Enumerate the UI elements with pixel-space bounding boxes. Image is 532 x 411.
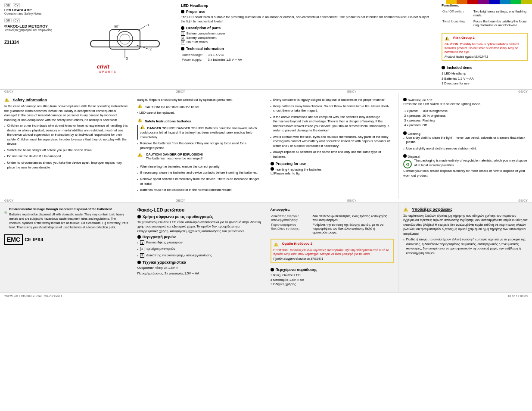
greek-product-title: Φακός-LED μετώπου — [137, 207, 261, 212]
press-result: Flashing — [423, 118, 448, 122]
explosion-text-block: CAUTION! DANGER OF EXPLOSION! The batter… — [146, 153, 203, 162]
table-row: Power supply: 3 x batteries 1.5 V ═ AA — [182, 58, 242, 62]
gb-cy-label-4: GB/CY — [518, 90, 528, 93]
explosion-icon — [137, 153, 143, 157]
bullet-icon-2 — [181, 26, 184, 30]
gb-cy-bottom-3: GB/CY — [347, 199, 356, 202]
risk-caution: CAUTION. Possibly hazardous optical radi… — [445, 42, 525, 54]
rated-voltage-value: 3 x 1.5 V ═ — [208, 53, 242, 57]
greek-col-4: Υποδείξεις ασφάλειας Σε περίπτωση βλαβών… — [399, 203, 532, 293]
ipx4-badge: IPX4 — [33, 237, 43, 242]
section-label-row-2: GB/CY GB/CY GB/CY GB/CY — [0, 199, 532, 202]
list-item: 1Καπάκι θήκης μπαταριών — [137, 240, 261, 245]
list-item: Under no circumstances should you take t… — [4, 161, 128, 170]
emc-badges: EMC CE IPX4 — [4, 234, 128, 245]
switching-title: Switching on / off — [403, 98, 528, 102]
list-item: Avoid contact with the skin, eyes and mu… — [271, 135, 395, 149]
caution-beam: CAUTION! Do not stare into the beam. — [137, 104, 261, 110]
env-text-block: Environmental damage through incorrect d… — [9, 207, 128, 231]
list-item: Switch the beam of light off before you … — [4, 148, 128, 153]
led-note: ▪ LED cannot be replaced. — [137, 111, 261, 115]
page-wrapper: GB CY LED HEADLAMP Operation and Safety … — [0, 0, 532, 299]
continue-text: danger. Repairs should only be carried o… — [137, 98, 261, 103]
greek-twist-label: Περιστρεφόμενος δακτύλιος εστίασης: — [271, 223, 312, 234]
cleaning-section: Cleaning Use a dry cloth to clean the li… — [403, 131, 528, 151]
greek-twist-value: Ρυθμίστε την εστίαση της δέσμης φωτός, μ… — [312, 223, 393, 234]
risk-title: Risk Group 2 — [453, 36, 475, 40]
disposal-content: ♻ The packaging is made entirely of recy… — [403, 159, 528, 169]
svg-point-13 — [5, 212, 7, 214]
list-item: Remove spent batteries immediately from … — [137, 177, 261, 186]
gb-cy-label-1: GB/CY — [4, 90, 14, 93]
greek-col-3: Λειτουργίες: Διακόπτης ενεργο / απενεργο… — [266, 203, 399, 293]
risk-group-box: Risk Group 2 CAUTION. Possibly hazardous… — [442, 33, 528, 61]
inserting-title: Inserting / replacing the batteries — [271, 167, 395, 171]
danger-icon — [140, 125, 145, 129]
env-section: Environmental damage through incorrect d… — [4, 207, 128, 231]
list-item: Every consumer is legally obliged to dis… — [271, 98, 395, 103]
greek-col-1: Environmental damage through incorrect d… — [0, 203, 133, 293]
functions-table: On / Off switch: Two brightness settings… — [442, 9, 528, 29]
press-times: 1 x press: — [404, 109, 421, 113]
recycling-icon: ♻ — [403, 160, 412, 168]
greek-risk-box: Ομάδα Κινδύνου 2 ΠΡΟΣΟΧΗ. Πιθανώς επικίν… — [271, 239, 395, 263]
more-battery-instructions: When inserting the batteries, ensure the… — [137, 165, 261, 193]
refer-fig: ☐ Please refer to fig. — [271, 171, 395, 176]
press-result: 20 % brightness — [423, 114, 448, 118]
bullet-greek-use — [137, 215, 141, 218]
gr-flag-gr: GR — [4, 19, 12, 22]
warning-triangle-icon — [445, 36, 450, 40]
gb-cy-label-3: GB/CY — [347, 90, 356, 93]
on-off-value: Two brightness settings, one flashing mo… — [473, 9, 527, 19]
svg-text:90°: 90° — [114, 25, 119, 28]
ce-badge: CE — [25, 237, 31, 242]
disposal-text: The packaging is made entirely of recycl… — [414, 159, 528, 168]
list-item: 1Battery compartment cover — [181, 31, 433, 36]
greek-part-num: 3 — [140, 253, 144, 258]
greek-functions-title: Λειτουργίες: — [271, 207, 395, 212]
greek-safety-text: Σε περίπτωση βλαβών εξαιτίας μη τήρησης … — [403, 214, 528, 237]
proper-use-text: The LED head torch is suitable for provi… — [181, 15, 433, 24]
power-supply-label: Power supply: — [182, 58, 207, 62]
included-title: Included items — [442, 65, 528, 70]
greek-safety-title: Υποδείξεις ασφάλειας — [412, 207, 452, 212]
greek-use-title: Χρήση σύμφωνα με τις προδιαγραφές — [137, 215, 261, 219]
battery-instructions: Remove the batteries from the device if … — [137, 141, 261, 150]
functions-section: Functions: On / Off switch: Two brightne… — [442, 3, 528, 86]
greek-part-num: 2 — [140, 247, 144, 251]
section-label-row: GB/CY GB/CY GB/CY GB/CY — [0, 90, 532, 93]
list-item: Always replace all batteries at the same… — [271, 150, 395, 159]
description-title: Description of parts — [181, 26, 433, 30]
bullet-preparing — [271, 162, 274, 165]
greek-tech-voltage: Ονομαστική τάση: 3x 1,5V ═ — [137, 266, 261, 271]
list-item: 2Battery compartment — [181, 36, 433, 40]
list-item: When inserting the batteries, ensure the… — [137, 165, 261, 169]
brand-name-en: LED HEADLAMP — [4, 8, 73, 12]
safety-info-text: In the case of damage resulting from non… — [4, 104, 128, 122]
model-number: Z31334 — [4, 40, 73, 45]
greek-tech-title: Τεχνικά χαρακτηριστικά — [137, 260, 261, 265]
list-item: If necessary, clean the batteries and de… — [137, 171, 261, 175]
bullet-inserting — [271, 167, 274, 171]
technical-title: Technical information — [181, 47, 433, 51]
greek-use-text: Το φωτιστικό μετώπου LED είναι κατάλληλο… — [137, 220, 261, 234]
svg-text:2: 2 — [149, 47, 152, 51]
bullet-switching — [403, 98, 407, 101]
greek-part-num: 1 — [140, 240, 144, 245]
list-item: Use a slightly moist cloth to remove stu… — [403, 146, 528, 151]
product-info: LED Headlamp Proper use The LED head tor… — [177, 3, 437, 86]
greek-parts-list: 1Καπάκι θήκης μπαταριών 2Έρμάριο μπαταρι… — [137, 240, 261, 258]
batteries-warn-icon — [137, 118, 143, 122]
bullet-greek-included — [271, 268, 274, 271]
caution-beam-icon — [137, 104, 143, 108]
cleaning-title: Cleaning — [403, 131, 528, 136]
greek-functions-table: Διακόπτης ενεργο / απενεργοποίησης: δυο … — [271, 213, 395, 235]
list-item: Remove the batteries from the device if … — [137, 141, 261, 150]
brand-subtitle-en: Operation and Safety Notes — [4, 12, 73, 15]
table-row: On / Off switch: Two brightness settings… — [442, 9, 527, 19]
list-item: Παιδιά ή άτομα, τα οποία έχουν ελλιπή γν… — [403, 237, 528, 255]
table-row: 3 x presses:Flashing — [404, 118, 447, 122]
list-item: 3On / Off switch — [181, 40, 433, 44]
greek-parts-title: Περιγραφή μερών — [137, 235, 261, 239]
middle-section: Safety Information In the case of damage… — [0, 93, 532, 199]
